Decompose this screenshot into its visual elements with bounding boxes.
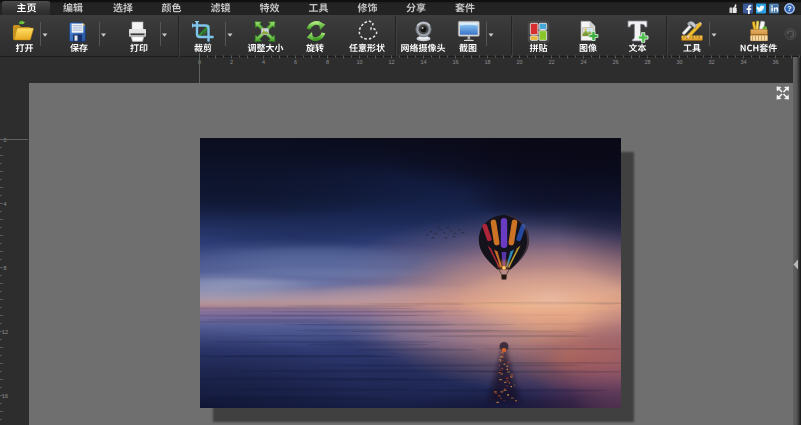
svg-text:14: 14 <box>420 59 426 65</box>
svg-text:12: 12 <box>388 59 394 65</box>
svg-text:18: 18 <box>484 59 490 65</box>
svg-text:16: 16 <box>452 59 458 65</box>
svg-text:36: 36 <box>772 59 778 65</box>
svg-text:8: 8 <box>3 265 6 271</box>
svg-text:22: 22 <box>548 59 554 65</box>
svg-text:2: 2 <box>230 59 233 65</box>
svg-text:8: 8 <box>326 59 329 65</box>
svg-text:28: 28 <box>644 59 650 65</box>
svg-text:10: 10 <box>356 59 362 65</box>
svg-text:26: 26 <box>612 59 618 65</box>
svg-text:12: 12 <box>2 329 8 335</box>
svg-text:32: 32 <box>708 59 714 65</box>
svg-text:20: 20 <box>516 59 522 65</box>
svg-text:24: 24 <box>580 59 586 65</box>
svg-text:30: 30 <box>676 59 682 65</box>
svg-text:34: 34 <box>740 59 746 65</box>
svg-text:16: 16 <box>2 393 8 399</box>
svg-text:4: 4 <box>262 59 265 65</box>
svg-text:6: 6 <box>294 59 297 65</box>
svg-text:4: 4 <box>3 201 6 207</box>
